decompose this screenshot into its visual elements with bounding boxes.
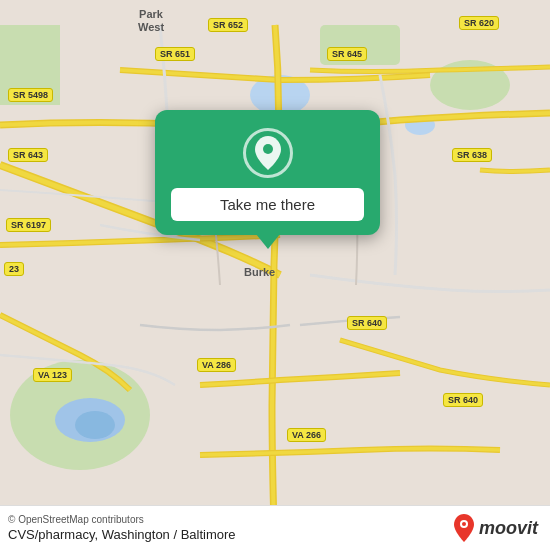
road-badge-sr643: SR 643 — [8, 148, 48, 162]
area-label-burke: Burke — [244, 266, 275, 278]
attribution-text: © OpenStreetMap contributors — [8, 514, 236, 525]
road-badge-sr638: SR 638 — [452, 148, 492, 162]
map-container: SR 652 SR 651 SR 645 SR 5498 SR 643 SR 6… — [0, 0, 550, 550]
area-label-park-west: ParkWest — [138, 8, 164, 34]
moovit-brand-text: moovit — [479, 518, 538, 539]
take-me-there-button[interactable]: Take me there — [171, 188, 364, 221]
moovit-logo[interactable]: moovit — [453, 514, 538, 542]
road-badge-sr6197: SR 6197 — [6, 218, 51, 232]
bottom-bar: © OpenStreetMap contributors CVS/pharmac… — [0, 505, 550, 550]
road-badge-sr645: SR 645 — [327, 47, 367, 61]
road-badge-sr640a: SR 640 — [347, 316, 387, 330]
popup-card: Take me there — [155, 110, 380, 235]
location-name-text: CVS/pharmacy, Washington / Baltimore — [8, 527, 236, 542]
svg-point-9 — [263, 144, 273, 154]
road-badge-va123: VA 123 — [33, 368, 72, 382]
road-badge-sr652: SR 652 — [208, 18, 248, 32]
bottom-left-info: © OpenStreetMap contributors CVS/pharmac… — [8, 514, 236, 542]
road-badge-23: 23 — [4, 262, 24, 276]
svg-point-11 — [462, 522, 466, 526]
road-badge-sr640b: SR 640 — [443, 393, 483, 407]
road-badge-sr651: SR 651 — [155, 47, 195, 61]
svg-point-8 — [75, 411, 115, 439]
road-badge-sr5498: SR 5498 — [8, 88, 53, 102]
road-badge-va266: VA 266 — [287, 428, 326, 442]
location-pin-circle — [243, 128, 293, 178]
location-pin-icon — [254, 136, 282, 170]
road-badge-sr620: SR 620 — [459, 16, 499, 30]
road-badge-va286: VA 286 — [197, 358, 236, 372]
moovit-pin-icon — [453, 514, 475, 542]
